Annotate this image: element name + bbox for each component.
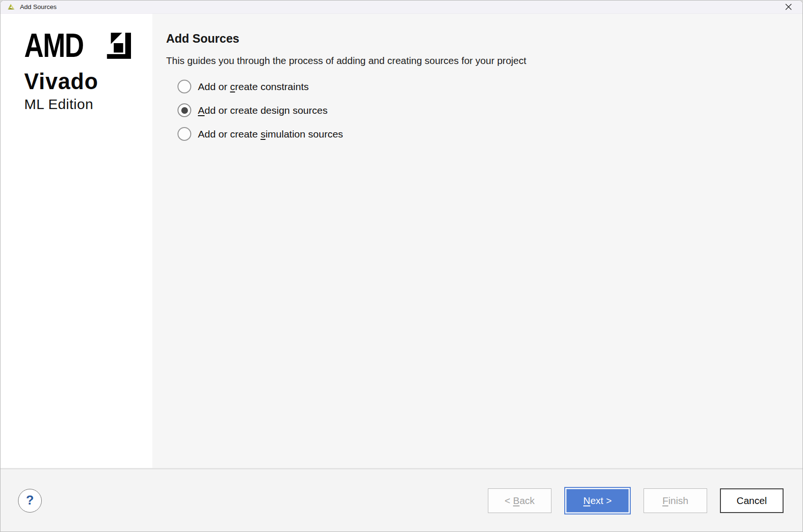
wizard-buttons: < Back Next > Finish Cancel (488, 487, 784, 514)
radio-label: Add or create simulation sources (198, 128, 343, 140)
radio-add-constraints[interactable]: Add or create constraints (177, 75, 784, 99)
amd-wordmark: AMD (24, 32, 73, 59)
radio-add-design-sources[interactable]: Add or create design sources (177, 99, 784, 122)
radio-circle (177, 127, 191, 141)
dialog-body: AMD Vivado ML Edition Add Sources This g… (0, 14, 803, 468)
amd-logo: AMD (24, 32, 152, 59)
window-title: Add Sources (20, 3, 56, 10)
question-mark-icon: ? (26, 493, 34, 508)
ml-edition-label: ML Edition (24, 97, 152, 111)
radio-label: Add or create design sources (198, 105, 327, 116)
radio-circle (177, 103, 191, 117)
next-button[interactable]: Next > (564, 487, 631, 514)
finish-button[interactable]: Finish (644, 488, 707, 513)
radio-label: Add or create constraints (198, 81, 308, 92)
radio-circle (177, 80, 191, 93)
amd-arrow-mark-icon (105, 33, 131, 59)
vivado-pinwheel-icon (7, 2, 16, 11)
page-description: This guides you through the process of a… (166, 55, 784, 66)
wizard-content: Add Sources This guides you through the … (152, 14, 803, 468)
page-title: Add Sources (166, 32, 784, 46)
dialog-footer: ? < Back Next > Finish Cancel (0, 468, 803, 532)
close-icon (785, 3, 792, 10)
close-button[interactable] (779, 0, 798, 13)
titlebar: Add Sources (0, 0, 803, 14)
add-sources-dialog: Add Sources AMD Vivado ML Edition (0, 0, 803, 532)
help-button[interactable]: ? (18, 489, 42, 513)
back-button[interactable]: < Back (488, 488, 551, 513)
radio-add-simulation-sources[interactable]: Add or create simulation sources (177, 122, 784, 146)
cancel-button[interactable]: Cancel (720, 488, 784, 513)
vivado-wordmark: Vivado (24, 70, 147, 93)
source-type-options: Add or create constraints Add or create … (177, 75, 784, 146)
branding-sidebar: AMD Vivado ML Edition (0, 14, 152, 468)
